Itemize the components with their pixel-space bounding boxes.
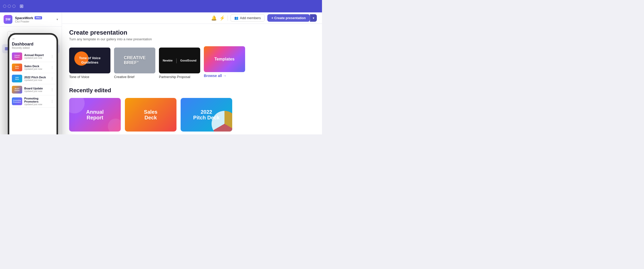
right-content: Create presentation Turn any template in… [62,24,322,134]
template-name-partnership: Partnership Proposal [159,75,200,79]
dot-maximize[interactable] [12,5,15,8]
add-members-icon: 👥 [234,16,238,20]
template-card-browse[interactable]: Templates Browse all → [204,46,245,79]
template-name-tone: Tone of Voice [69,75,110,79]
create-presentation-button[interactable]: + Create presentation [267,14,310,22]
circle-decor-2 [108,119,121,132]
item-title: 2022 Pitch Deck [24,76,48,79]
template-grid: Tone of VoiceGuidelines Tone of Voice CR… [69,46,315,79]
phone-list: AnnualReport Annual Report Updated just … [9,51,57,107]
item-info: Board Update Updated just now [24,87,48,93]
recent-card-title-sales: SalesDeck [144,109,157,120]
item-info: Sales Deck Updated just now [24,65,48,70]
item-subtitle: Updated just now [24,57,48,59]
grid-icon[interactable]: ⊞ [20,3,23,9]
template-card-partnership[interactable]: Newbie | GoodSound Partnership Proposal [159,48,200,79]
more-icon[interactable]: ⋮ [50,65,54,70]
more-icon[interactable]: ⋮ [50,54,54,58]
thumb-board: BoardUpdate [12,86,22,94]
lightning-icon[interactable]: ⚡ [219,15,225,21]
recent-card-title-pitch: 2022Pitch Deck [193,109,220,120]
item-info: Promoting Promoters Updated just now [24,97,48,106]
more-icon[interactable]: ⋮ [50,99,54,103]
thumb-sales: SalesDeck [12,64,22,71]
phone-header: ← [9,35,57,42]
phone-back-icon[interactable]: ← [12,37,15,41]
item-info: 2022 Pitch Deck Updated just now [24,76,48,81]
partner-goodsound: GoodSound [180,59,196,62]
more-icon[interactable]: ⋮ [50,88,54,92]
browse-all-button[interactable]: Browse all → [204,74,245,79]
sidebar-header: SW SpaceWork PRO Cici Frasier ▾ [0,12,62,27]
phone-screen: ← Dashboard Recently edited AnnualReport… [9,35,57,134]
list-item[interactable]: PromotingPromoters Promoting Promoters U… [11,95,55,107]
list-item[interactable]: AnnualReport Annual Report Updated just … [11,51,55,62]
create-dropdown-arrow[interactable]: ▾ [310,14,317,22]
recent-grid: AnnualReport SalesDeck 2022Pitch Deck [69,98,315,132]
item-subtitle: Updated just now [24,68,48,70]
item-title: Board Update [24,87,48,90]
recently-section-title: Recently edited [69,87,315,94]
item-subtitle: Updated just now [24,79,48,81]
item-info: Annual Report Updated just now [24,53,48,59]
template-thumb-partnership: Newbie | GoodSound [159,48,200,73]
template-thumb-creative: CREATIVEBRIEF° [114,48,155,73]
body-area: SW SpaceWork PRO Cici Frasier ▾ + ⊞ [0,12,322,134]
create-section-subtitle: Turn any template in our gallery into a … [69,37,315,41]
create-section-title: Create presentation [69,29,315,36]
list-item[interactable]: SalesDeck Sales Deck Updated just now ⋮ [11,62,55,73]
list-item[interactable]: 2022Pitch 2022 Pitch Deck Updated just n… [11,73,55,84]
template-name-creative: Creative Brief [114,75,155,79]
divider [228,16,228,21]
thumb-pitch: 2022Pitch [12,75,22,82]
create-btn-group: + Create presentation ▾ [267,14,317,22]
more-icon[interactable]: ⋮ [50,76,54,81]
recent-card-sales[interactable]: SalesDeck [125,98,176,132]
recent-card-title-annual: AnnualReport [86,109,104,120]
partner-newbie: Newbie [163,59,173,62]
item-title: Promoting Promoters [24,97,48,103]
left-panel: SW SpaceWork PRO Cici Frasier ▾ + ⊞ [0,12,62,134]
add-members-button[interactable]: 👥 Add members [230,14,265,22]
item-title: Sales Deck [24,65,48,68]
thumb-annual: AnnualReport [12,52,22,60]
topbar: ⊞ [0,0,322,12]
chevron-down-icon[interactable]: ▾ [57,18,58,21]
partner-divider: | [176,58,177,64]
recent-card-pitch[interactable]: 2022Pitch Deck [181,98,232,132]
template-card-creative[interactable]: CREATIVEBRIEF° Creative Brief [114,48,155,79]
sidebar-company: SpaceWork PRO Cici Frasier [15,16,54,23]
action-bar: 🔔 ⚡ 👥 Add members + Create presentation … [62,12,322,24]
thumb-promo: PromotingPromoters [12,97,22,105]
item-title: Annual Report [24,53,48,57]
app-wrapper: ⊞ SW SpaceWork PRO Cici Frasier ▾ [0,0,322,134]
template-card-tone[interactable]: Tone of VoiceGuidelines Tone of Voice [69,48,110,79]
dot-minimize[interactable] [8,5,11,8]
phone-mockup: ← Dashboard Recently edited AnnualReport… [8,33,58,134]
avatar: SW [4,15,12,24]
user-name: Cici Frasier [15,20,54,23]
list-item[interactable]: BoardUpdate Board Update Updated just no… [11,84,55,95]
template-thumb-tone: Tone of VoiceGuidelines [69,48,110,73]
recent-card-annual[interactable]: AnnualReport [69,98,121,132]
window-controls [3,5,15,8]
item-subtitle: Updated just now [24,103,48,106]
phone-dashboard-title: Dashboard [9,42,57,47]
item-subtitle: Updated just now [24,90,48,93]
pro-badge: PRO [35,16,42,19]
right-panel: 🔔 ⚡ 👥 Add members + Create presentation … [62,12,322,134]
phone-recently-label: Recently edited [9,47,57,51]
company-name: SpaceWork PRO [15,16,54,20]
bell-icon[interactable]: 🔔 [211,15,217,21]
circle-decor [69,98,85,113]
dot-close[interactable] [3,5,6,8]
template-thumb-browse: Templates [204,46,245,72]
